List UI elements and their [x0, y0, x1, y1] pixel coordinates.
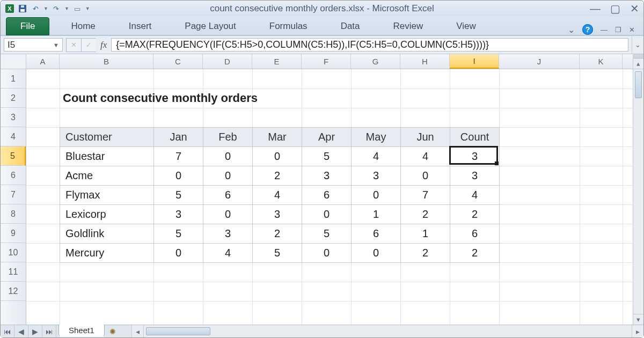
table-cell[interactable]: 2 — [401, 205, 450, 224]
table-cell[interactable]: 6 — [302, 186, 352, 205]
table-cell[interactable]: 2 — [450, 205, 500, 224]
col-header-K[interactable]: K — [580, 54, 623, 69]
scroll-right-icon[interactable]: ▸ — [632, 325, 643, 337]
name-box[interactable]: I5 ▼ — [4, 38, 63, 52]
row-header-9[interactable]: 9 — [1, 224, 26, 243]
row-header-1[interactable]: 1 — [1, 69, 26, 89]
table-cell[interactable]: 5 — [253, 244, 302, 263]
table-cell[interactable]: 0 — [253, 147, 302, 166]
sheet-tab-active[interactable]: Sheet1 — [58, 325, 105, 337]
table-cell[interactable]: 5 — [154, 186, 203, 205]
row-header-7[interactable]: 7 — [1, 185, 26, 204]
table-cell[interactable]: 3 — [154, 205, 203, 224]
row-header-12[interactable]: 12 — [1, 282, 26, 301]
col-header-B[interactable]: B — [60, 54, 153, 69]
cancel-formula-icon[interactable]: ✕ — [66, 38, 81, 52]
tab-formulas[interactable]: Formulas — [258, 18, 319, 35]
first-sheet-icon[interactable]: ⏮ — [1, 325, 14, 337]
table-cell[interactable]: 3 — [352, 166, 401, 186]
table-cell[interactable]: 0 — [302, 244, 352, 263]
table-cell[interactable]: 3 — [302, 166, 352, 186]
formula-expand-icon[interactable]: ⌄ — [632, 36, 643, 54]
col-header-G[interactable]: G — [351, 54, 400, 69]
table-cell[interactable]: 4 — [203, 244, 253, 263]
col-header-J[interactable]: J — [499, 54, 580, 69]
col-header-F[interactable]: F — [302, 54, 351, 69]
col-header-C[interactable]: C — [153, 54, 203, 69]
new-sheet-icon[interactable]: ✺ — [105, 325, 121, 337]
table-cell[interactable]: 0 — [203, 205, 253, 224]
save-icon[interactable] — [18, 4, 27, 13]
last-sheet-icon[interactable]: ⏭ — [42, 325, 56, 337]
table-header[interactable]: Mar — [253, 128, 302, 147]
table-cell[interactable]: 0 — [401, 166, 450, 186]
close-icon[interactable]: ✕ — [630, 3, 639, 14]
table-cell[interactable]: 2 — [401, 244, 450, 263]
table-cell[interactable]: 7 — [154, 147, 203, 166]
table-cell[interactable]: Acme — [60, 166, 154, 186]
table-cell[interactable]: 6 — [450, 224, 500, 244]
worksheet-grid[interactable]: ABCDEFGHIJK 123456789101112 Count consec… — [1, 54, 643, 325]
table-header[interactable]: Count — [450, 128, 500, 147]
table-cell[interactable]: 3 — [450, 166, 500, 186]
row-header-2[interactable]: 2 — [1, 89, 26, 108]
undo-dropdown-icon[interactable]: ▼ — [43, 6, 48, 11]
col-header-D[interactable]: D — [203, 54, 252, 69]
col-header-H[interactable]: H — [400, 54, 450, 69]
table-cell[interactable]: 4 — [253, 186, 302, 205]
table-cell[interactable]: Mercury — [60, 244, 154, 263]
scroll-down-icon[interactable]: ▾ — [633, 314, 643, 325]
tab-view[interactable]: View — [444, 18, 488, 35]
fx-icon[interactable]: fx — [96, 36, 111, 54]
table-cell[interactable]: 5 — [154, 224, 203, 244]
table-cell[interactable]: 7 — [401, 186, 450, 205]
tab-review[interactable]: Review — [382, 18, 435, 35]
maximize-icon[interactable]: ▢ — [610, 3, 620, 14]
tab-insert[interactable]: Insert — [117, 18, 164, 35]
file-tab[interactable]: File — [6, 17, 49, 35]
tab-data[interactable]: Data — [329, 18, 372, 35]
minimize-icon[interactable]: ― — [590, 3, 601, 14]
next-sheet-icon[interactable]: ▶ — [28, 325, 42, 337]
horizontal-scrollbar[interactable]: ◂ ▸ — [131, 325, 643, 337]
formula-bar[interactable]: {=MAX(FREQUENCY(IF(C5:H5>0,COLUMN(C5:H5)… — [111, 38, 628, 52]
table-cell[interactable]: 0 — [302, 205, 352, 224]
table-cell[interactable]: 0 — [203, 166, 253, 186]
redo-dropdown-icon[interactable]: ▼ — [64, 6, 69, 11]
table-cell[interactable]: 3 — [253, 205, 302, 224]
col-header-I[interactable]: I — [450, 54, 499, 69]
vertical-split-handle[interactable] — [633, 54, 643, 58]
col-header-A[interactable]: A — [26, 54, 60, 69]
scroll-up-icon[interactable]: ▴ — [633, 58, 643, 69]
ribbon-minimize-icon[interactable]: ⌄ — [568, 25, 575, 35]
tab-home[interactable]: Home — [59, 18, 107, 35]
undo-icon[interactable]: ↶ — [31, 4, 40, 13]
table-cell[interactable]: 2 — [253, 166, 302, 186]
table-cell[interactable]: Flymax — [60, 186, 154, 205]
row-header-6[interactable]: 6 — [1, 166, 26, 185]
enter-formula-icon[interactable]: ✓ — [81, 38, 96, 52]
table-cell[interactable]: 6 — [203, 186, 253, 205]
table-cell[interactable]: 4 — [450, 186, 500, 205]
table-cell[interactable]: 2 — [450, 244, 500, 263]
vertical-scrollbar[interactable]: ▴ ▾ — [633, 54, 643, 325]
table-cell[interactable]: 0 — [352, 186, 401, 205]
table-header[interactable]: Feb — [203, 128, 253, 147]
table-header[interactable]: Jan — [154, 128, 203, 147]
table-header[interactable]: Apr — [302, 128, 352, 147]
row-header-10[interactable]: 10 — [1, 243, 26, 262]
row-header-4[interactable]: 4 — [1, 127, 26, 146]
select-all-corner[interactable] — [1, 54, 26, 69]
table-cell[interactable]: 5 — [302, 224, 352, 244]
print-area-icon[interactable]: ▭ — [72, 4, 82, 13]
table-cell[interactable]: 2 — [253, 224, 302, 244]
row-header-11[interactable]: 11 — [1, 262, 26, 282]
cells-area[interactable]: Count consecutive monthly ordersCustomer… — [26, 69, 633, 325]
table-cell[interactable]: 1 — [352, 205, 401, 224]
table-header[interactable]: Customer — [60, 128, 154, 147]
table-cell[interactable]: Lexicorp — [60, 205, 154, 224]
redo-icon[interactable]: ↷ — [52, 4, 61, 13]
row-header-5[interactable]: 5 — [1, 146, 26, 166]
table-cell[interactable]: 1 — [401, 224, 450, 244]
table-cell[interactable]: 0 — [154, 166, 203, 186]
